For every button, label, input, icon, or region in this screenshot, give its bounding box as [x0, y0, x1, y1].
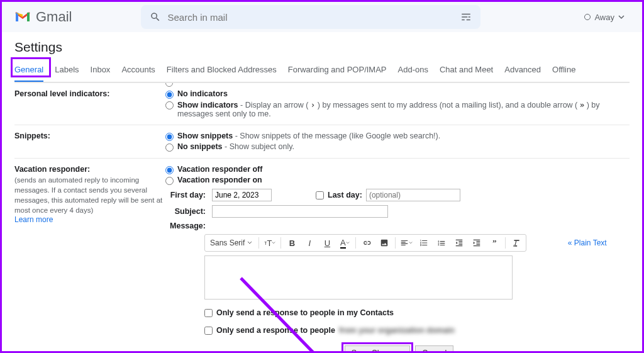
radio-show-snippets[interactable]	[165, 133, 174, 141]
tab-forwarding[interactable]: Forwarding and POP/IMAP	[288, 60, 387, 82]
link-icon	[362, 238, 371, 247]
opt-show-indicators[interactable]: Show indicators - Display an arrow ( › )…	[165, 100, 630, 118]
numbered-list-button[interactable]	[417, 236, 431, 250]
radio-show-indicators[interactable]	[165, 101, 174, 109]
blurred-text: from your organization domain	[339, 326, 455, 335]
app-header: Gmail Away	[2, 2, 642, 32]
search-icon	[150, 11, 161, 23]
clear-format-icon	[512, 238, 521, 247]
tab-offline[interactable]: Offline	[552, 60, 575, 82]
settings-body: Personal level indicators: No indicators…	[14, 82, 630, 353]
indent-less-button[interactable]	[452, 236, 466, 250]
tab-accounts[interactable]: Accounts	[121, 60, 155, 82]
indent-more-button[interactable]	[470, 236, 484, 250]
row-message: Message:	[165, 221, 630, 230]
status-chip[interactable]: Away	[584, 13, 625, 22]
message-editor[interactable]	[204, 255, 513, 300]
chevron-down-icon	[618, 14, 625, 20]
editor-toolbar: Sans Serif тT B I U A	[204, 234, 526, 252]
actions-row: Save Changes Cancel	[165, 342, 630, 353]
sec-label: Snippets:	[14, 132, 165, 153]
subject-input[interactable]	[212, 205, 388, 218]
chevron-down-icon	[247, 240, 252, 245]
clear-format-button[interactable]	[509, 236, 523, 250]
align-button[interactable]	[399, 236, 413, 250]
vacation-hint: (sends an automated reply to incoming me…	[14, 175, 165, 215]
radio-no-indicators[interactable]	[165, 91, 174, 99]
brand[interactable]: Gmail	[14, 9, 72, 25]
learn-more-link[interactable]: Learn more	[14, 215, 53, 224]
chevron-down-icon	[409, 241, 413, 245]
italic-button[interactable]: I	[303, 236, 316, 250]
annotation-highlight-save: Save Changes	[341, 342, 413, 353]
org-only-checkbox[interactable]	[204, 327, 213, 335]
tab-addons[interactable]: Add-ons	[398, 60, 428, 82]
opt-vacation-on[interactable]: Vacation responder on	[165, 176, 630, 185]
first-day-input[interactable]	[212, 189, 272, 201]
image-icon	[380, 238, 389, 247]
scroll-cutoff-row	[165, 82, 173, 87]
chevron-down-icon	[272, 241, 275, 245]
settings-tabs: General Labels Inbox Accounts Filters an…	[14, 60, 630, 82]
opt-vacation-off[interactable]: Vacation responder off	[165, 165, 630, 174]
indent-more-icon	[472, 238, 481, 247]
tab-labels[interactable]: Labels	[55, 60, 79, 82]
radio-no-snippets[interactable]	[165, 143, 174, 152]
numbered-list-icon	[419, 238, 428, 247]
bold-button[interactable]: B	[285, 236, 299, 250]
tab-advanced[interactable]: Advanced	[504, 60, 541, 82]
tab-inbox[interactable]: Inbox	[91, 60, 111, 82]
brand-text: Gmail	[36, 9, 72, 25]
tab-chat[interactable]: Chat and Meet	[440, 60, 493, 82]
section-vacation: Vacation responder: (sends an automated …	[14, 159, 630, 353]
link-button[interactable]	[360, 236, 374, 250]
opt-no-indicators[interactable]: No indicators	[165, 89, 630, 99]
indent-less-icon	[455, 238, 464, 247]
radio-vacation-off[interactable]	[165, 166, 174, 174]
image-button[interactable]	[377, 236, 391, 250]
section-personal-indicators: Personal level indicators: No indicators…	[14, 83, 630, 125]
chevron-down-icon	[346, 241, 350, 245]
font-select[interactable]: Sans Serif	[208, 236, 255, 250]
bullet-list-icon	[437, 238, 446, 247]
page-title: Settings	[14, 40, 630, 55]
row-subject: Subject:	[165, 205, 630, 218]
cancel-button[interactable]: Cancel	[415, 345, 453, 353]
page-content: Settings General Labels Inbox Accounts F…	[2, 32, 642, 353]
tune-icon[interactable]	[460, 11, 472, 23]
status-label: Away	[594, 13, 614, 22]
row-org-only[interactable]: Only send a response to people from your…	[204, 326, 630, 335]
plain-text-link[interactable]: « Plain Text	[568, 238, 607, 247]
row-dates: First day: Last day:	[165, 189, 630, 201]
align-icon	[400, 238, 409, 247]
gmail-logo-icon	[14, 11, 31, 23]
tab-filters[interactable]: Filters and Blocked Addresses	[167, 60, 277, 82]
search-input[interactable]	[167, 12, 460, 23]
contacts-only-checkbox[interactable]	[204, 309, 213, 317]
sec-label: Vacation responder: (sends an automated …	[14, 165, 165, 353]
status-dot-icon	[584, 14, 591, 20]
opt-no-snippets[interactable]: No snippets - Show subject only.	[165, 142, 630, 152]
tab-general[interactable]: General	[14, 60, 43, 82]
svg-rect-1	[27, 13, 30, 21]
save-changes-button[interactable]: Save Changes	[345, 345, 410, 353]
sec-label: Personal level indicators:	[14, 89, 165, 120]
opt-show-snippets[interactable]: Show snippets - Show snippets of the mes…	[165, 132, 630, 141]
text-color-button[interactable]: A	[338, 236, 352, 250]
row-contacts-only[interactable]: Only send a response to people in my Con…	[204, 308, 630, 317]
search-bar[interactable]	[141, 5, 480, 29]
font-size-button[interactable]: тT	[263, 236, 277, 250]
last-day-checkbox[interactable]	[316, 191, 324, 199]
underline-button[interactable]: U	[320, 236, 334, 250]
quote-button[interactable]: ”	[487, 236, 501, 250]
last-day-input[interactable]	[366, 189, 460, 201]
bullet-list-button[interactable]	[435, 236, 448, 250]
radio-vacation-on[interactable]	[165, 177, 174, 185]
section-snippets: Snippets: Show snippets - Show snippets …	[14, 125, 630, 159]
